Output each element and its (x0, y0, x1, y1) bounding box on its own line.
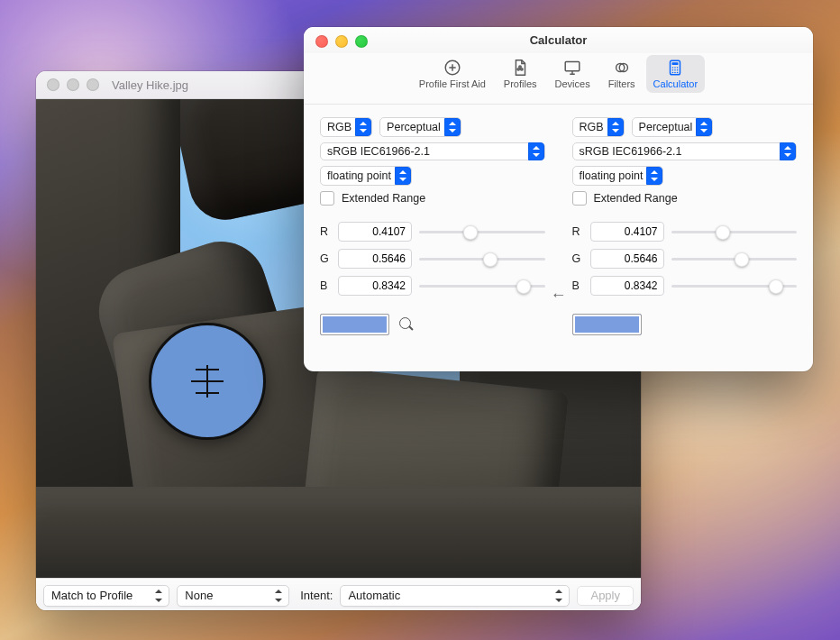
profile-popup[interactable]: None (177, 585, 289, 607)
left-color-swatch (320, 314, 389, 335)
toolbar-item-label: Filters (608, 78, 635, 89)
right-channel-slider[interactable] (671, 251, 798, 267)
toolbar-devices[interactable]: Devices (548, 55, 598, 93)
toolbar-calculator[interactable]: Calculator (646, 55, 706, 93)
right-extended-range-checkbox[interactable] (572, 191, 587, 206)
calculator-toolbar: Profile First AidProfilesDevicesFiltersC… (304, 53, 813, 104)
right-color-panel: RGB Perceptual sRGB IEC61966-2.1 floatin… (572, 117, 798, 335)
right-number-format-popup[interactable]: floating point (572, 166, 664, 186)
popup-caret-icon (444, 118, 461, 136)
overlap-icon (610, 57, 634, 78)
toolbar-filters[interactable]: Filters (601, 55, 643, 93)
left-profile-label: sRGB IEC61966-2.1 (327, 145, 525, 158)
apply-button[interactable]: Apply (577, 586, 634, 606)
svg-point-5 (519, 66, 521, 68)
slider-knob[interactable] (735, 252, 749, 267)
eyedropper-magnifier-icon[interactable] (398, 316, 415, 333)
left-render-intent-popup[interactable]: Perceptual (379, 117, 461, 137)
slider-knob[interactable] (483, 252, 498, 267)
right-render-intent-label: Perceptual (639, 121, 693, 133)
toolbar-item-label: Devices (555, 78, 590, 89)
svg-point-13 (672, 67, 674, 69)
traffic-lights (315, 35, 368, 48)
right-channel-row: R (572, 222, 798, 242)
right-extended-range-label: Extended Range (594, 192, 678, 205)
left-channel-row: R (320, 222, 545, 242)
left-channel-row: G (320, 249, 545, 269)
right-channel-slider[interactable] (671, 278, 798, 294)
right-channel-value-field[interactable] (590, 249, 664, 269)
popup-caret-icon (780, 142, 796, 160)
intent-popup[interactable]: Automatic (340, 585, 570, 607)
toolbar-profile-first-aid[interactable]: Profile First Aid (412, 55, 493, 93)
toolbar-item-label: Profile First Aid (419, 78, 486, 89)
updown-icon (552, 588, 565, 604)
svg-rect-12 (672, 62, 679, 65)
left-number-format-popup[interactable]: floating point (320, 166, 412, 186)
left-color-model-popup[interactable]: RGB (320, 117, 372, 137)
mode-popup[interactable]: Match to Profile (43, 585, 169, 607)
close-icon[interactable] (315, 35, 328, 48)
minimize-icon[interactable] (67, 78, 79, 91)
right-number-format-label: floating point (580, 169, 644, 182)
left-channel-name: B (320, 279, 331, 292)
svg-point-18 (677, 69, 679, 71)
right-profile-popup[interactable]: sRGB IEC61966-2.1 (572, 142, 798, 160)
right-channel-value-field[interactable] (590, 222, 664, 242)
right-channel-row: B (572, 276, 798, 296)
svg-point-21 (677, 72, 679, 74)
slider-track (671, 258, 798, 261)
updown-icon (272, 588, 285, 604)
right-color-model-popup[interactable]: RGB (572, 117, 625, 137)
intent-label: Intent: (300, 589, 333, 602)
right-channel-row: G (572, 249, 798, 269)
zoom-icon[interactable] (87, 78, 99, 91)
color-sample-loupe[interactable] (149, 323, 266, 440)
traffic-lights-inactive[interactable] (47, 78, 99, 91)
popup-caret-icon (646, 167, 662, 185)
calculator-body: RGB Perceptual sRGB IEC61966-2.1 floatin… (304, 105, 813, 348)
minimize-icon[interactable] (335, 35, 348, 48)
left-number-format-label: floating point (327, 169, 391, 182)
left-channel-slider[interactable] (419, 251, 545, 267)
image-viewer-footer: Match to Profile None Intent: Automatic … (36, 578, 641, 610)
profile-doc-icon (508, 57, 532, 78)
left-channel-value-field[interactable] (338, 249, 412, 269)
conversion-direction[interactable]: ← (545, 117, 572, 335)
left-channel-value-field[interactable] (338, 222, 412, 242)
svg-point-15 (677, 67, 679, 69)
left-extended-range-label: Extended Range (342, 192, 425, 205)
popup-caret-icon (355, 118, 371, 136)
left-color-panel: RGB Perceptual sRGB IEC61966-2.1 floatin… (320, 117, 545, 335)
svg-point-19 (672, 72, 674, 74)
right-channel-value-field[interactable] (590, 276, 664, 296)
crosshair-icon (191, 380, 224, 382)
slider-track (419, 231, 545, 233)
close-icon[interactable] (47, 78, 59, 91)
svg-point-20 (675, 72, 677, 74)
svg-point-4 (521, 69, 523, 70)
left-profile-popup[interactable]: sRGB IEC61966-2.1 (320, 142, 545, 160)
slider-knob[interactable] (516, 279, 531, 294)
right-channel-slider[interactable] (671, 224, 798, 240)
right-color-model-label: RGB (580, 121, 604, 133)
intent-popup-label: Automatic (348, 589, 400, 602)
slider-knob[interactable] (716, 225, 730, 240)
svg-point-16 (672, 69, 674, 71)
left-extended-range-checkbox[interactable] (320, 191, 334, 206)
zoom-icon[interactable] (355, 35, 368, 48)
slider-knob[interactable] (769, 279, 783, 294)
left-channel-value-field[interactable] (338, 276, 412, 296)
toolbar-profiles[interactable]: Profiles (497, 55, 544, 93)
slider-knob[interactable] (463, 225, 478, 240)
left-color-model-label: RGB (327, 121, 352, 133)
right-render-intent-popup[interactable]: Perceptual (632, 117, 714, 137)
left-channel-slider[interactable] (419, 278, 545, 294)
left-channel-slider[interactable] (419, 224, 545, 240)
calculator-titlebar[interactable]: Calculator (304, 27, 813, 53)
arrow-left-icon: ← (551, 286, 567, 305)
slider-track (671, 231, 798, 233)
svg-point-3 (517, 69, 519, 70)
calculator-window-title: Calculator (530, 33, 588, 47)
updown-icon (152, 588, 165, 604)
